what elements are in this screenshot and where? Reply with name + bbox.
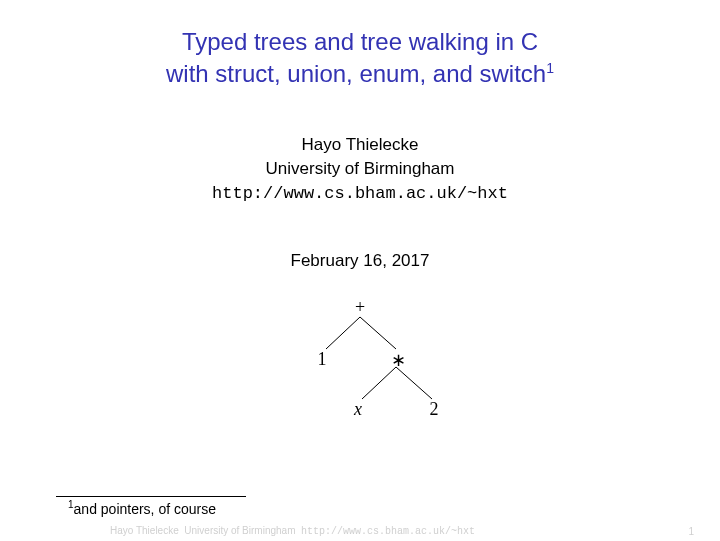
expression-tree: + 1 ∗ x 2 bbox=[260, 301, 460, 421]
slide-title: Typed trees and tree walking in C with s… bbox=[0, 0, 720, 91]
author-affiliation: University of Birmingham bbox=[0, 157, 720, 182]
footer-affiliation: University of Birmingham bbox=[184, 525, 295, 536]
footnote-rule bbox=[56, 496, 246, 497]
svg-line-0 bbox=[326, 317, 360, 349]
title-line-1: Typed trees and tree walking in C bbox=[0, 26, 720, 58]
svg-line-2 bbox=[362, 367, 396, 399]
title-line-2: with struct, union, enum, and switch1 bbox=[0, 58, 720, 90]
author-name: Hayo Thielecke bbox=[0, 133, 720, 158]
title-footnote-mark: 1 bbox=[546, 60, 554, 76]
footer-page-number: 1 bbox=[688, 526, 694, 537]
tree-node-2: 2 bbox=[424, 399, 444, 420]
footnote-text: and pointers, of course bbox=[74, 501, 216, 517]
footer-url: http://www.cs.bham.ac.uk/~hxt bbox=[301, 526, 475, 537]
footer-author-block: Hayo Thielecke University of Birmingham … bbox=[110, 525, 475, 537]
tree-node-1: 1 bbox=[312, 349, 332, 370]
author-url: http://www.cs.bham.ac.uk/~hxt bbox=[0, 182, 720, 207]
footer-author: Hayo Thielecke bbox=[110, 525, 179, 536]
svg-line-3 bbox=[396, 367, 432, 399]
slide-date: February 16, 2017 bbox=[0, 251, 720, 271]
author-block: Hayo Thielecke University of Birmingham … bbox=[0, 133, 720, 207]
tree-node-x: x bbox=[348, 399, 368, 420]
footnote: 1and pointers, of course bbox=[68, 499, 216, 517]
tree-node-star: ∗ bbox=[388, 349, 408, 371]
tree-root-plus: + bbox=[350, 297, 370, 318]
title-line-2-text: with struct, union, enum, and switch bbox=[166, 60, 546, 87]
slide: Typed trees and tree walking in C with s… bbox=[0, 0, 720, 541]
svg-line-1 bbox=[360, 317, 396, 349]
